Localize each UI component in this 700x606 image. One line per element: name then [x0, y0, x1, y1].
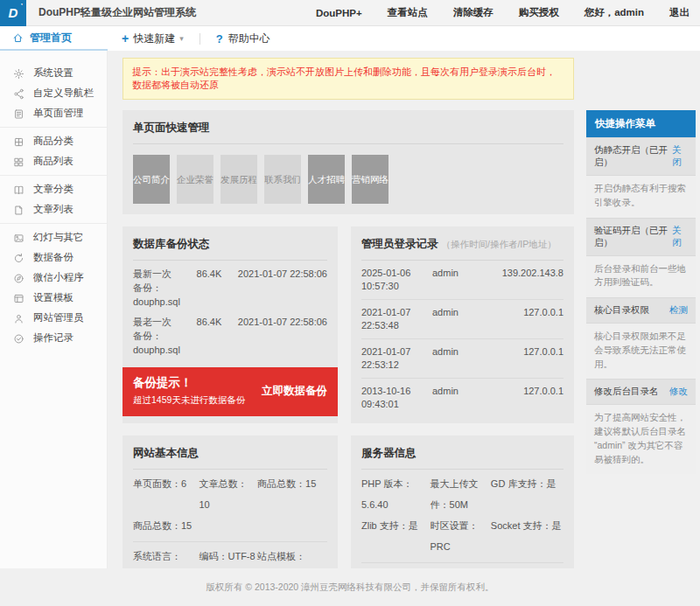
user-icon: [13, 312, 24, 324]
page-body: 系统设置 自定义导航栏 单页面管理 商品分类 商品列表: [0, 51, 700, 568]
nav-actions: + 快速新建 ▾ ? 帮助中心: [122, 31, 270, 46]
card-title: 单页面快速管理: [133, 121, 564, 144]
sidebar-item-label: 系统设置: [33, 66, 74, 80]
chevron-down-icon: ▾: [179, 34, 184, 43]
sidebar-item-product-categories[interactable]: 商品分类: [0, 131, 107, 151]
sidebar: 系统设置 自定义导航栏 单页面管理 商品分类 商品列表: [0, 51, 108, 568]
menu-douphp-plus[interactable]: DouPHP+: [316, 8, 362, 18]
login-log-row: 2021-01-07 22:53:12 admin 127.0.0.1: [361, 339, 564, 379]
qp-rewrite-close-link[interactable]: 关闭: [672, 144, 688, 169]
compass-icon: [13, 272, 24, 283]
qp-captcha-desc: 后台登录和前台一些地方用到验证码。: [586, 255, 696, 298]
main-content: 提示：出于演示站完整性考虑，演示站不开放图片上传和删除功能，且每次有用户登录演示…: [108, 51, 700, 568]
gear-icon: [13, 67, 24, 79]
demo-notice-banner: 提示：出于演示站完整性考虑，演示站不开放图片上传和删除功能，且每次有用户登录演示…: [122, 58, 574, 100]
sidebar-item-label: 文章列表: [33, 203, 74, 216]
card-title: 管理员登录记录（操作时间/操作者/IP地址）: [361, 237, 564, 261]
content-column: 单页面快速管理 公司简介 企业荣誉 发展历程 联系我们 人才招聘 营销网络: [122, 110, 574, 568]
nav-home-label: 管理首页: [30, 31, 72, 45]
nav-admin-home[interactable]: 管理首页: [0, 26, 108, 51]
backup-status-card: 数据库备份状态 最新一次备份：douphp.sql 86.4K 2021-01-…: [122, 226, 338, 423]
sidebar-item-label: 商品列表: [33, 155, 74, 168]
page-tile-honors[interactable]: 企业荣誉: [177, 155, 214, 204]
sidebar-item-custom-nav[interactable]: 自定义导航栏: [0, 83, 107, 103]
sidebar-item-label: 商品分类: [33, 135, 74, 148]
qp-permissions-check-link[interactable]: 检测: [669, 304, 688, 317]
sidebar-item-label: 文章分类: [33, 183, 74, 196]
sidebar-group-articles: 文章分类 文章列表: [0, 175, 107, 223]
backup-alert: 备份提示！ 超过1459天未进行数据备份 立即数据备份: [122, 367, 338, 416]
grid-icon: [13, 156, 24, 167]
qp-captcha-row: 验证码开启（已开启） 关闭: [586, 218, 696, 255]
qp-rename-dir-row: 修改后台目录名 修改: [586, 379, 696, 404]
menu-buy-license[interactable]: 购买授权: [519, 6, 559, 19]
image-icon: [13, 232, 24, 243]
sidebar-item-operation-log[interactable]: 操作记录: [0, 328, 107, 348]
card-title: 服务器信息: [361, 446, 564, 470]
backup-row: 最新一次备份：douphp.sql 86.4K 2021-01-07 22:58…: [133, 261, 327, 309]
category-icon: [13, 136, 24, 147]
help-center-button[interactable]: 帮助中心: [228, 31, 270, 46]
sidebar-item-label: 幻灯与其它: [33, 231, 84, 244]
page-tile-company-profile[interactable]: 公司简介: [133, 155, 170, 204]
sidebar-item-label: 数据备份: [33, 251, 74, 264]
server-env: PHP 版本：5.6.40 最大上传文件：50M GD 库支持：是 Zlib 支…: [361, 470, 564, 562]
sidebar-item-article-categories[interactable]: 文章分类: [0, 179, 107, 199]
site-config: 系统语言：zh_cn 编码：UTF-8 站点模板：default URL 重写：…: [133, 541, 327, 568]
qp-permissions-desc: 核心目录权限如果不足会导致系统无法正常使用。: [586, 323, 696, 379]
sidebar-item-slides-others[interactable]: 幻灯与其它: [0, 227, 107, 247]
site-counts: 单页面数：6 文章总数：10 商品总数：15 商品总数：15: [133, 470, 327, 541]
sidebar-item-template-settings[interactable]: 设置模板: [0, 288, 107, 308]
plus-icon: +: [122, 31, 129, 45]
file-icon: [13, 204, 24, 215]
login-log-row: 2025-01-06 10:57:30 admin 139.202.143.8: [361, 261, 564, 300]
sidebar-item-system-settings[interactable]: 系统设置: [0, 63, 107, 83]
qp-captcha-close-link[interactable]: 关闭: [672, 225, 688, 249]
logo-spark-icon: ʼ: [21, 2, 23, 10]
sidebar-item-wechat-miniprogram[interactable]: 微信小程序: [0, 268, 107, 288]
qp-rewrite-row: 伪静态开启（已开启） 关闭: [586, 137, 696, 175]
sidebar-item-product-list[interactable]: 商品列表: [0, 151, 107, 171]
logo-letter: D: [9, 5, 18, 20]
quick-actions-panel: 快捷操作菜单 伪静态开启（已开启） 关闭 开启伪静态有利于搜索引擎收录。 验证码…: [586, 110, 696, 474]
page-tile-contact[interactable]: 联系我们: [264, 155, 301, 204]
login-log-row: 2013-10-16 09:43:01 admin 127.0.0.1: [361, 379, 564, 413]
qp-rewrite-desc: 开启伪静态有利于搜索引擎收录。: [586, 175, 696, 218]
backup-now-button[interactable]: 立即数据备份: [262, 384, 327, 399]
copyright-text: 版权所有 © 2013-2020 漳州豆壳网络科技有限公司，并保留所有权利。: [206, 582, 494, 594]
refresh-icon: [13, 252, 24, 263]
card-title: 网站基本信息: [133, 446, 327, 470]
quick-new-button[interactable]: 快速新建: [133, 31, 175, 46]
quick-panel-title: 快捷操作菜单: [586, 110, 696, 137]
login-log-card: 管理员登录记录（操作时间/操作者/IP地址） 2025-01-06 10:57:…: [351, 226, 574, 423]
douphp-logo[interactable]: D ʼ: [0, 0, 26, 26]
menu-view-site[interactable]: 查看站点: [388, 6, 428, 19]
nav-divider: [200, 33, 200, 45]
menu-greeting-admin: 您好，admin: [584, 6, 644, 19]
sidebar-item-data-backup[interactable]: 数据备份: [0, 247, 107, 268]
page-tile-history[interactable]: 发展历程: [220, 155, 257, 204]
quick-pages-card: 单页面快速管理 公司简介 企业荣誉 发展历程 联系我们 人才招聘 营销网络: [122, 110, 574, 214]
sidebar-item-label: 自定义导航栏: [33, 87, 94, 100]
sidebar-item-article-list[interactable]: 文章列表: [0, 199, 107, 219]
page-tile-jobs[interactable]: 人才招聘: [308, 155, 345, 204]
page-tile-marketing[interactable]: 营销网络: [352, 155, 388, 204]
sidebar-item-site-admins[interactable]: 网站管理员: [0, 308, 107, 328]
home-icon: [12, 32, 24, 44]
sidebar-group-products: 商品分类 商品列表: [0, 127, 107, 175]
app-title: DouPHP轻量级企业网站管理系统: [38, 5, 196, 20]
qp-permissions-row: 核心目录权限 检测: [586, 297, 696, 323]
backup-row: 最老一次备份：douphp.sql 86.4K 2021-01-07 22:58…: [133, 309, 327, 357]
menu-clear-cache[interactable]: 清除缓存: [453, 6, 494, 19]
qp-rename-dir-link[interactable]: 修改: [669, 386, 688, 398]
login-log-title: 管理员登录记录: [361, 238, 438, 250]
menu-logout[interactable]: 退出: [669, 6, 690, 19]
top-menu: DouPHP+ 查看站点 清除缓存 购买授权 您好，admin 退出: [316, 6, 700, 19]
sidebar-group-system: 系统设置 自定义导航栏 单页面管理: [0, 59, 107, 127]
backup-alert-desc: 超过1459天未进行数据备份: [133, 394, 262, 407]
question-icon: ?: [216, 32, 223, 45]
sidebar-item-single-pages[interactable]: 单页面管理: [0, 103, 107, 123]
page-tiles: 公司简介 企业荣誉 发展历程 联系我们 人才招聘 营销网络: [133, 144, 564, 204]
sidebar-item-label: 网站管理员: [33, 311, 84, 324]
server-info-card: 服务器信息 PHP 版本：5.6.40 最大上传文件：50M GD 库支持：是 …: [351, 435, 574, 568]
